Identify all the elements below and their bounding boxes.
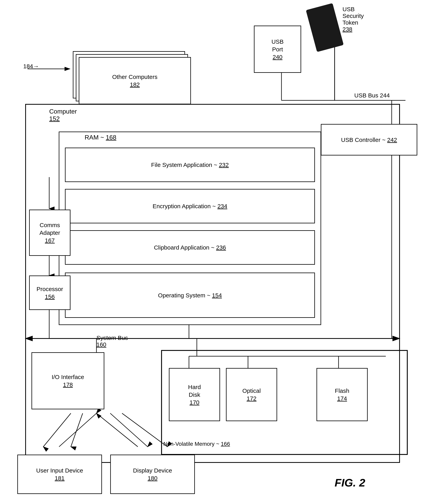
- svg-line-33: [122, 413, 167, 447]
- svg-line-31: [71, 413, 83, 447]
- flash-label: Flash174: [335, 387, 349, 402]
- svg-line-35: [96, 413, 138, 447]
- processor-box: Processor156: [29, 276, 71, 310]
- io-interface-label: I/O Interface178: [52, 373, 84, 389]
- display-device-label: Display Device180: [133, 467, 172, 482]
- hard-disk-box: HardDisk170: [169, 368, 220, 421]
- svg-line-32: [110, 413, 148, 447]
- clipboard-app-label: Clipboard Application ~ 236: [154, 244, 226, 251]
- other-computers-box: Other Computers182: [79, 57, 191, 104]
- ram-label: RAM ~ 168: [85, 134, 116, 141]
- ref-184: 184→: [23, 63, 39, 70]
- usb-controller-box: USB Controller ~ 242: [321, 124, 417, 156]
- comms-adapter-box: CommsAdapter167: [29, 210, 71, 256]
- comms-adapter-label: CommsAdapter167: [39, 221, 60, 244]
- optical-label: Optical172: [242, 387, 261, 402]
- usb-token-label: USBSecurityToken238: [343, 6, 364, 33]
- encryption-app-label: Encryption Application ~ 234: [152, 202, 227, 210]
- svg-line-34: [59, 413, 96, 447]
- usb-token: [306, 3, 344, 52]
- usb-port-box: USBPort240: [254, 26, 301, 73]
- file-system-app-box: File System Application ~ 232: [65, 148, 315, 182]
- optical-box: Optical172: [226, 368, 277, 421]
- usb-bus-label: USB Bus 244: [354, 92, 390, 99]
- system-bus-label: System Bus160: [96, 335, 128, 348]
- file-system-app-label: File System Application ~ 232: [151, 161, 229, 169]
- usb-port-label: USBPort240: [271, 38, 284, 61]
- svg-line-30: [43, 413, 71, 447]
- display-device-box: Display Device180: [110, 455, 195, 494]
- flash-box: Flash174: [316, 368, 368, 421]
- operating-system-label: Operating System ~ 154: [158, 291, 222, 299]
- hard-disk-label: HardDisk170: [188, 383, 201, 406]
- processor-label: Processor156: [36, 285, 63, 300]
- operating-system-box: Operating System ~ 154: [65, 273, 315, 318]
- user-input-box: User Input Device181: [17, 455, 102, 494]
- fig-label: FIG. 2: [335, 476, 365, 489]
- usb-controller-label: USB Controller ~ 242: [341, 136, 397, 144]
- encryption-app-box: Encryption Application ~ 234: [65, 189, 315, 223]
- io-interface-box: I/O Interface178: [31, 352, 104, 409]
- computer-label: Computer152: [49, 108, 77, 122]
- user-input-label: User Input Device181: [36, 467, 83, 482]
- clipboard-app-box: Clipboard Application ~ 236: [65, 230, 315, 265]
- nvm-label: Non-Volatile Memory ~ 166: [163, 441, 230, 447]
- other-computers-label: Other Computers182: [112, 73, 157, 88]
